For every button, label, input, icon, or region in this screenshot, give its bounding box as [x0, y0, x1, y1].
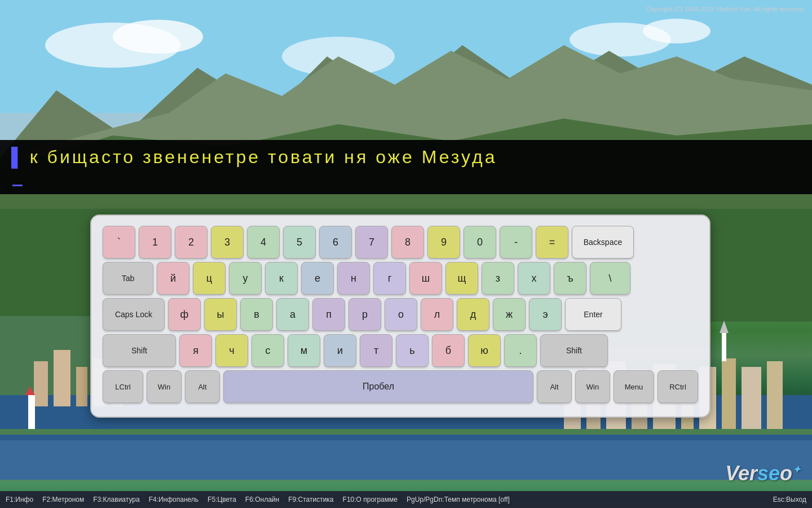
key-equals[interactable]: = — [536, 226, 568, 259]
key-к[interactable]: к — [265, 262, 298, 295]
key-ь[interactable]: ь — [396, 334, 429, 367]
svg-rect-34 — [0, 429, 812, 435]
bottom-f6[interactable]: F6:Онлайн — [245, 496, 279, 503]
svg-point-6 — [643, 19, 710, 43]
key-с[interactable]: с — [251, 334, 284, 367]
svg-marker-33 — [720, 321, 729, 333]
verseo-logo: Verseo✦ — [725, 462, 801, 485]
key-й[interactable]: й — [157, 262, 189, 295]
key-щ[interactable]: щ — [445, 262, 478, 295]
svg-rect-32 — [722, 333, 726, 361]
bottom-pgupdn[interactable]: PgUp/PgDn:Темп метронома [off] — [407, 496, 510, 503]
keyboard-row-bottom: LCtrl Win Alt Пробел Alt Win Menu RCtrl — [103, 370, 698, 403]
keyboard-row-asdf: Caps Lock ф ы в а п р о л д ж э Enter — [103, 298, 698, 331]
key-ц[interactable]: ц — [193, 262, 226, 295]
key-space[interactable]: Пробел — [223, 370, 533, 403]
key-п[interactable]: п — [312, 298, 345, 331]
key-р[interactable]: р — [348, 298, 381, 331]
key-з[interactable]: з — [482, 262, 514, 295]
key-alt-right[interactable]: Alt — [537, 370, 572, 403]
key-0[interactable]: 0 — [464, 226, 496, 259]
key-я[interactable]: я — [179, 334, 212, 367]
svg-rect-29 — [722, 358, 736, 429]
key-и[interactable]: и — [324, 334, 356, 367]
key-tab[interactable]: Tab — [103, 262, 153, 295]
logo-text-o: o — [780, 462, 792, 485]
key-т[interactable]: т — [360, 334, 392, 367]
bottom-f3[interactable]: F3:Клавиатура — [93, 496, 139, 503]
svg-rect-14 — [54, 350, 70, 406]
key-ш[interactable]: ш — [409, 262, 442, 295]
key-backspace[interactable]: Backspace — [572, 226, 634, 259]
key-6[interactable]: 6 — [319, 226, 352, 259]
key-ж[interactable]: ж — [493, 298, 526, 331]
text-cursor — [12, 185, 23, 186]
key-alt-left[interactable]: Alt — [185, 370, 220, 403]
key-б[interactable]: б — [432, 334, 465, 367]
key-е[interactable]: е — [301, 262, 334, 295]
key-л[interactable]: л — [421, 298, 453, 331]
keyboard-row-numbers: ` 1 2 3 4 5 6 7 8 9 0 - = Backspace — [103, 226, 698, 259]
key-9[interactable]: 9 — [427, 226, 460, 259]
key-ю[interactable]: ю — [468, 334, 501, 367]
typing-area: ▌ к бищасто звененетре товати ня оже Мез… — [0, 140, 812, 194]
key-win-right[interactable]: Win — [575, 370, 610, 403]
key-1[interactable]: 1 — [139, 226, 171, 259]
copyright-text: Copyright (C) 2004-2012 Vladimir Kim. Al… — [646, 6, 805, 12]
typing-line1: ▌ к бищасто звененетре товати ня оже Мез… — [11, 144, 801, 169]
key-8[interactable]: 8 — [391, 226, 424, 259]
svg-point-3 — [113, 20, 203, 54]
key-3[interactable]: 3 — [211, 226, 244, 259]
key-2[interactable]: 2 — [175, 226, 208, 259]
key-х[interactable]: х — [518, 262, 550, 295]
key-о[interactable]: о — [385, 298, 417, 331]
key-а[interactable]: а — [276, 298, 309, 331]
key-backslash[interactable]: \ — [590, 262, 630, 295]
key-в[interactable]: в — [240, 298, 273, 331]
key-ы[interactable]: ы — [204, 298, 237, 331]
key-period[interactable]: . — [504, 334, 537, 367]
keyboard-row-qwerty: Tab й ц у к е н г ш щ з х ъ \ — [103, 262, 698, 295]
svg-rect-15 — [76, 367, 87, 406]
key-э[interactable]: э — [529, 298, 562, 331]
key-enter[interactable]: Enter — [565, 298, 621, 331]
key-м[interactable]: м — [288, 334, 320, 367]
logo-text-ver: Ver — [725, 462, 757, 485]
bottom-f5[interactable]: F5:Цвета — [208, 496, 236, 503]
key-rctrl[interactable]: RCtrl — [657, 370, 698, 403]
key-у[interactable]: у — [229, 262, 262, 295]
key-н[interactable]: н — [337, 262, 370, 295]
typing-cursor-line — [11, 169, 801, 190]
key-ф[interactable]: ф — [168, 298, 201, 331]
key-shift-left[interactable]: Shift — [103, 334, 176, 367]
key-ч[interactable]: ч — [215, 334, 248, 367]
key-lctrl[interactable]: LCtrl — [103, 370, 143, 403]
svg-rect-13 — [34, 361, 48, 406]
key-minus[interactable]: - — [500, 226, 532, 259]
bottom-esc[interactable]: Esc:Выход — [773, 496, 806, 503]
key-7[interactable]: 7 — [355, 226, 388, 259]
svg-rect-30 — [742, 367, 761, 429]
bottom-bar: F1:Инфо F2:Метроном F3:Клавиатура F4:Инф… — [0, 491, 812, 508]
key-4[interactable]: 4 — [247, 226, 280, 259]
bottom-f1[interactable]: F1:Инфо — [6, 496, 33, 503]
bottom-f2[interactable]: F2:Метроном — [42, 496, 84, 503]
key-shift-right[interactable]: Shift — [540, 334, 608, 367]
key-capslock[interactable]: Caps Lock — [103, 298, 165, 331]
bottom-f4[interactable]: F4:Инфопанель — [149, 496, 198, 503]
key-win-left[interactable]: Win — [147, 370, 182, 403]
keyboard-row-zxcv: Shift я ч с м и т ь б ю . Shift — [103, 334, 698, 367]
logo-text-seo: seo — [757, 462, 792, 485]
key-menu[interactable]: Menu — [614, 370, 654, 403]
cursor-indicator: ▌ — [11, 147, 27, 168]
svg-rect-20 — [28, 395, 35, 429]
svg-rect-31 — [767, 361, 783, 429]
bottom-f9[interactable]: F9:Статистика — [288, 496, 333, 503]
key-ъ[interactable]: ъ — [554, 262, 586, 295]
keyboard-container: ` 1 2 3 4 5 6 7 8 9 0 - = Backspace Tab … — [90, 214, 710, 418]
bottom-f10[interactable]: F10:О программе — [343, 496, 398, 503]
key-д[interactable]: д — [457, 298, 489, 331]
key-г[interactable]: г — [373, 262, 406, 295]
key-5[interactable]: 5 — [283, 226, 316, 259]
key-backtick[interactable]: ` — [103, 226, 135, 259]
